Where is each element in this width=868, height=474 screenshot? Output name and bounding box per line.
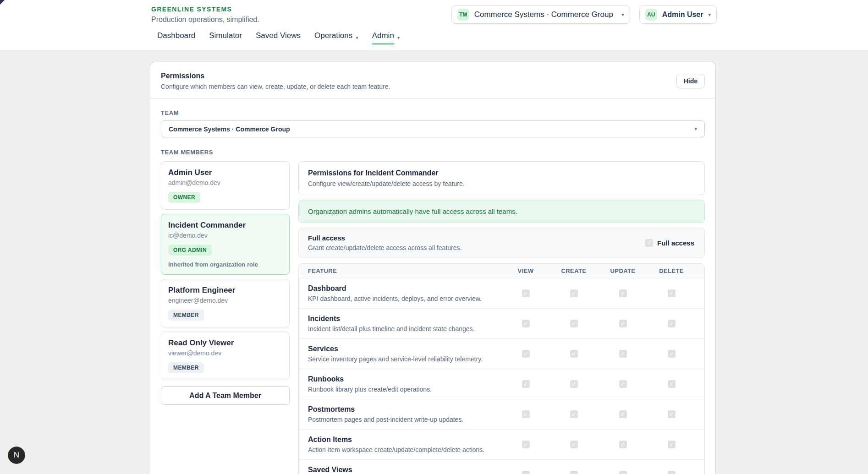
create-cell: ✓: [549, 380, 598, 388]
full-access-card: Full access Grant create/update/delete a…: [298, 228, 705, 258]
team-members-label: TEAM MEMBERS: [161, 149, 705, 156]
nav-item-label: Dashboard: [157, 31, 195, 44]
hide-button[interactable]: Hide: [676, 74, 705, 88]
add-team-member-button[interactable]: Add A Team Member: [161, 386, 290, 405]
view-cell: ✓: [502, 350, 549, 358]
feature-name: Incidents: [308, 314, 502, 323]
update-checkbox[interactable]: ✓: [619, 350, 627, 358]
create-cell: ✓: [549, 289, 598, 297]
full-access-checkbox[interactable]: ✓: [645, 239, 653, 247]
delete-checkbox[interactable]: ✓: [668, 320, 676, 327]
team-select[interactable]: Commerce Systems · Commerce Group ▾: [161, 120, 705, 137]
update-cell: ✓: [598, 471, 648, 474]
nav-item-label: Admin: [372, 31, 394, 44]
team-field-label: TEAM: [161, 109, 705, 116]
user-menu[interactable]: AU Admin User ▾: [639, 5, 717, 24]
create-cell: ✓: [549, 471, 598, 474]
create-checkbox[interactable]: ✓: [570, 320, 578, 327]
create-checkbox[interactable]: ✓: [570, 380, 578, 388]
feature-row-services: ServicesService inventory pages and serv…: [299, 338, 704, 369]
members-list: Admin Useradmin@demo.devOWNERIncident Co…: [161, 161, 290, 380]
nav-item-label: Operations: [314, 31, 352, 44]
create-checkbox[interactable]: ✓: [570, 410, 578, 418]
delete-cell: ✓: [648, 410, 695, 418]
page-title: Permissions: [161, 72, 390, 80]
feature-cell: ServicesService inventory pages and serv…: [308, 344, 502, 363]
feature-row-saved-views: Saved ViewsSaved filter-view creation, l…: [299, 459, 704, 474]
chevron-down-icon: ▾: [621, 12, 624, 17]
member-role-badge: ORG ADMIN: [168, 245, 212, 256]
delete-checkbox[interactable]: ✓: [668, 289, 676, 297]
update-checkbox[interactable]: ✓: [619, 471, 627, 474]
update-checkbox[interactable]: ✓: [619, 441, 627, 448]
nav-item-dashboard[interactable]: Dashboard: [157, 31, 195, 44]
member-role-badge: OWNER: [168, 192, 200, 203]
delete-checkbox[interactable]: ✓: [668, 441, 676, 448]
member-card-admin-user[interactable]: Admin Useradmin@demo.devOWNER: [161, 161, 290, 210]
create-cell: ✓: [549, 350, 598, 358]
member-card-platform-engineer[interactable]: Platform Engineerengineer@demo.devMEMBER: [161, 279, 290, 327]
view-checkbox[interactable]: ✓: [522, 410, 530, 418]
nav-item-label: Saved Views: [256, 31, 301, 44]
create-cell: ✓: [549, 320, 598, 327]
nav-item-admin[interactable]: Admin▾: [372, 31, 400, 44]
main-content: Permissions Configure which members can …: [0, 50, 868, 474]
feature-cell: DashboardKPI dashboard, active incidents…: [308, 284, 502, 303]
feature-name: Dashboard: [308, 284, 502, 293]
feature-description: Postmortem pages and post-incident write…: [308, 416, 502, 424]
view-cell: ✓: [502, 471, 549, 474]
feature-cell: PostmortemsPostmortem pages and post-inc…: [308, 405, 502, 424]
nav-item-saved-views[interactable]: Saved Views: [256, 31, 301, 44]
member-role-badge: MEMBER: [168, 310, 204, 321]
full-access-description: Grant create/update/delete access across…: [308, 244, 461, 251]
view-checkbox[interactable]: ✓: [522, 380, 530, 388]
members-column: Admin Useradmin@demo.devOWNERIncident Co…: [161, 161, 290, 405]
view-checkbox[interactable]: ✓: [522, 289, 530, 297]
nav-item-operations[interactable]: Operations▾: [314, 31, 358, 44]
feature-name: Runbooks: [308, 375, 502, 383]
member-card-incident-commander[interactable]: Incident Commanderic@demo.devORG ADMINIn…: [161, 214, 290, 275]
member-permissions-title: Permissions for Incident Commander: [308, 169, 695, 177]
feature-row-postmortems: PostmortemsPostmortem pages and post-inc…: [299, 399, 704, 429]
view-checkbox[interactable]: ✓: [522, 350, 530, 358]
create-checkbox[interactable]: ✓: [570, 471, 578, 474]
feature-row-incidents: IncidentsIncident list/detail plus timel…: [299, 308, 704, 338]
member-card-read-only-viewer[interactable]: Read Only Viewerviewer@demo.devMEMBER: [161, 332, 290, 380]
create-cell: ✓: [549, 410, 598, 418]
brand-name: GREENLINE SYSTEMS: [151, 5, 400, 13]
create-checkbox[interactable]: ✓: [570, 441, 578, 448]
chevron-down-icon: ▾: [397, 35, 400, 40]
view-checkbox[interactable]: ✓: [522, 320, 530, 327]
update-checkbox[interactable]: ✓: [619, 289, 627, 297]
delete-checkbox[interactable]: ✓: [668, 380, 676, 388]
feature-row-dashboard: DashboardKPI dashboard, active incidents…: [299, 278, 704, 308]
permissions-table: FEATUREVIEWCREATEUPDATEDELETEDashboardKP…: [298, 263, 705, 474]
chevron-down-icon: ▾: [694, 126, 697, 131]
feature-description: Runbook library plus create/edit operati…: [308, 386, 502, 393]
feature-cell: RunbooksRunbook library plus create/edit…: [308, 375, 502, 393]
feature-description: KPI dashboard, active incidents, deploys…: [308, 295, 502, 303]
delete-checkbox[interactable]: ✓: [668, 410, 676, 418]
update-checkbox[interactable]: ✓: [619, 410, 627, 418]
team-switcher[interactable]: TM Commerce Systems · Commerce Group ▾: [451, 5, 630, 24]
feature-name: Saved Views: [308, 465, 502, 474]
nav-item-simulator[interactable]: Simulator: [209, 31, 242, 44]
full-access-title: Full access: [308, 234, 461, 242]
member-email: viewer@demo.dev: [168, 349, 282, 357]
delete-checkbox[interactable]: ✓: [668, 471, 676, 474]
update-checkbox[interactable]: ✓: [619, 380, 627, 388]
view-checkbox[interactable]: ✓: [522, 471, 530, 474]
member-name: Admin User: [168, 168, 282, 177]
member-role-badge: MEMBER: [168, 362, 204, 373]
create-checkbox[interactable]: ✓: [570, 350, 578, 358]
create-checkbox[interactable]: ✓: [570, 289, 578, 297]
delete-checkbox[interactable]: ✓: [668, 350, 676, 358]
main-nav: DashboardSimulatorSaved ViewsOperations▾…: [157, 31, 400, 44]
view-checkbox[interactable]: ✓: [522, 441, 530, 448]
dev-tools-button[interactable]: N: [8, 447, 25, 464]
app-header: GREENLINE SYSTEMS Production operations,…: [0, 0, 868, 50]
chevron-down-icon: ▾: [708, 12, 711, 17]
update-checkbox[interactable]: ✓: [619, 320, 627, 327]
member-name: Platform Engineer: [168, 286, 282, 295]
chevron-down-icon: ▾: [356, 35, 358, 40]
